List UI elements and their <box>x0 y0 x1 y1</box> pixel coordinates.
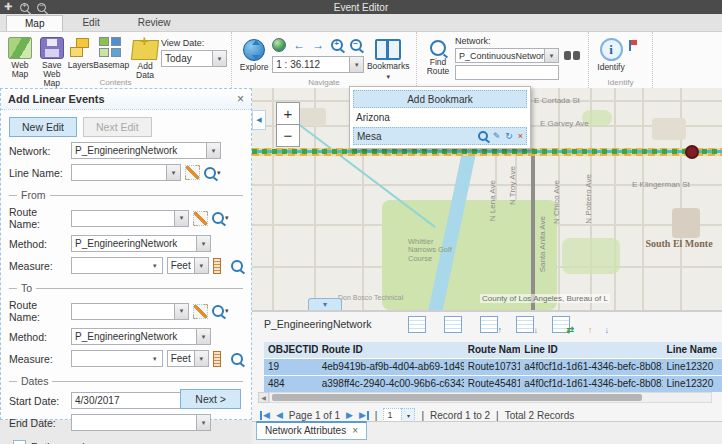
from-unit-select[interactable]: Feet ▾ <box>167 257 209 274</box>
dropdown-arrow-icon[interactable]: ▾ <box>174 303 189 320</box>
from-method-select[interactable]: P_EngineeringNetwork ▾ <box>71 235 211 252</box>
find-route-button[interactable]: Find Route <box>421 35 455 76</box>
measure-label: Measure: <box>9 260 67 272</box>
layers-button[interactable]: Layers <box>68 35 94 70</box>
zoom-to-bookmark-icon[interactable] <box>478 131 488 141</box>
previous-extent-icon[interactable]: ← <box>293 40 305 50</box>
network-select[interactable]: P_ContinuousNetwork ▾ <box>455 48 559 63</box>
dropdown-arrow-icon[interactable]: ▾ <box>174 210 189 227</box>
sort-records-icon[interactable]: ↑ ↓ <box>588 317 604 332</box>
zoom-to-route-button[interactable]: ▾ <box>212 305 229 317</box>
attribute-table-icon[interactable] <box>444 316 462 333</box>
close-tab-icon[interactable]: × <box>352 425 358 436</box>
map-zoom-out-button[interactable]: − <box>276 124 300 147</box>
collapse-table-button[interactable]: ▼ <box>308 298 342 310</box>
zoom-to-measure-icon[interactable] <box>231 353 243 365</box>
line-name-select[interactable]: ▾ <box>71 164 181 181</box>
identify-button[interactable]: i Identify <box>593 35 629 72</box>
web-map-button[interactable]: Web Map <box>4 35 36 79</box>
dropdown-arrow-icon[interactable]: ▾ <box>148 350 163 367</box>
tab-network-attributes[interactable]: Network Attributes × <box>256 421 367 440</box>
next-edit-button[interactable]: Next Edit <box>83 117 152 137</box>
to-measure-input[interactable]: ▾ <box>71 350 163 367</box>
dropdown-arrow-icon[interactable]: ▾ <box>206 142 221 159</box>
select-records-icon[interactable] <box>408 316 426 333</box>
dropdown-arrow-icon[interactable]: ▾ <box>196 235 211 252</box>
dropdown-arrow-icon[interactable]: ▾ <box>196 328 211 345</box>
route-search-input[interactable] <box>455 65 559 80</box>
zoom-in-tool-icon[interactable]: + <box>331 39 343 51</box>
first-page-icon[interactable]: ◀ <box>260 411 270 420</box>
to-route-name-select[interactable]: ▾ <box>71 303 189 320</box>
dropdown-arrow-icon[interactable]: ▾ <box>349 56 364 73</box>
measure-tool-icon[interactable] <box>213 258 222 274</box>
zoom-to-selected-icon[interactable]: ↑ <box>480 316 498 333</box>
to-method-select[interactable]: P_EngineeringNetwork ▾ <box>71 328 211 345</box>
network-label: Network: <box>455 36 580 46</box>
dropdown-arrow-icon[interactable]: ▾ <box>401 408 415 422</box>
close-panel-icon[interactable]: × <box>237 92 244 106</box>
from-route-name-select[interactable]: ▾ <box>71 210 189 227</box>
explore-button[interactable]: Explore <box>236 35 272 72</box>
basemap-button[interactable]: Basemap <box>93 35 129 70</box>
collapse-panel-button[interactable]: ◀ <box>252 110 266 130</box>
measure-tool-icon[interactable] <box>213 351 222 367</box>
network-field-select[interactable]: P_EngineeringNetwork ▾ <box>71 142 221 159</box>
select-line-on-map-icon[interactable] <box>185 165 200 180</box>
retire-overlaps-checkbox[interactable] <box>13 440 26 444</box>
zoom-to-measure-icon[interactable] <box>231 260 243 272</box>
map-zoom-in-button[interactable]: + <box>276 102 300 125</box>
next-extent-icon[interactable]: → <box>312 40 324 50</box>
bookmark-item-mesa[interactable]: Mesa ✎ ↻ × <box>353 127 527 145</box>
tab-review[interactable]: Review <box>119 14 190 31</box>
table-row[interactable]: 19 4eb9419b-af9b-4d04-ab69-1d490476802b … <box>264 358 722 375</box>
table-row[interactable]: 484 a398ff4c-2940-4c00-96b6-c6343f8f1711… <box>264 375 722 392</box>
new-edit-button[interactable]: New Edit <box>9 117 77 137</box>
dropdown-arrow-icon[interactable]: ▾ <box>544 48 559 63</box>
select-route-on-map-icon[interactable] <box>193 304 208 319</box>
next-button[interactable]: Next > <box>180 389 241 409</box>
flag-icon[interactable] <box>629 40 639 52</box>
globe-icon[interactable] <box>272 38 286 52</box>
from-measure-input[interactable]: ▾ <box>71 257 163 274</box>
zoom-to-line-button[interactable]: ▾ <box>204 167 221 179</box>
last-page-icon[interactable]: ▶ <box>359 411 369 420</box>
next-page-icon[interactable]: ▶ <box>346 411 353 420</box>
selected-route-line[interactable] <box>252 148 722 156</box>
dropdown-arrow-icon[interactable]: ▾ <box>194 350 209 367</box>
dropdown-arrow-icon[interactable]: ▾ <box>212 50 227 67</box>
school-label: Don Bosco Technical <box>338 294 403 301</box>
add-bookmark-button[interactable]: Add Bookmark <box>353 90 527 108</box>
route-point-marker[interactable] <box>685 145 699 159</box>
dropdown-arrow-icon[interactable]: ▾ <box>148 257 163 274</box>
binoculars-icon[interactable] <box>564 51 580 61</box>
ribbon-tab-strip: Map Edit Review <box>0 14 722 32</box>
tab-edit[interactable]: Edit <box>63 14 118 31</box>
scale-select[interactable]: 1 : 36.112 ▾ <box>272 56 364 73</box>
dropdown-arrow-icon[interactable]: ▾ <box>166 164 181 181</box>
bookmarks-button[interactable]: Bookmarks ▾ <box>364 35 412 80</box>
delete-bookmark-icon[interactable]: × <box>518 132 523 141</box>
tab-map[interactable]: Map <box>6 15 63 31</box>
zoom-to-route-button[interactable]: ▾ <box>212 212 229 224</box>
dropdown-arrow-icon[interactable]: ▾ <box>194 257 209 274</box>
to-unit-select[interactable]: Feet ▾ <box>167 350 209 367</box>
scroll-left-icon[interactable]: ◀ <box>258 392 269 403</box>
dropdown-arrow-icon[interactable]: ▾ <box>196 414 211 431</box>
select-route-on-map-icon[interactable] <box>193 211 208 226</box>
retire-overlaps-option[interactable]: Retire overlaps <box>13 440 243 444</box>
previous-page-icon[interactable]: ◀ <box>276 411 283 420</box>
scrollbar-thumb[interactable] <box>272 394 642 401</box>
view-date-select[interactable]: Today ▾ <box>161 50 227 67</box>
update-bookmark-icon[interactable]: ↻ <box>505 132 513 141</box>
switch-selection-icon[interactable]: ⇄ <box>552 316 570 333</box>
pan-to-selected-icon[interactable]: ↓ <box>516 316 534 333</box>
bookmark-item-arizona[interactable]: Arizona <box>353 110 527 125</box>
horizontal-scrollbar[interactable]: ◀ <box>258 392 712 403</box>
table-header-row[interactable]: OBJECTID Route ID Route Name Line ID Lin… <box>264 342 722 358</box>
add-data-button[interactable]: + Add Data <box>129 35 161 80</box>
edit-bookmark-icon[interactable]: ✎ <box>493 132 501 141</box>
zoom-out-tool-icon[interactable]: − <box>350 39 362 51</box>
end-date-select[interactable]: ▾ <box>71 414 211 431</box>
page-select[interactable]: 1 ▾ <box>383 408 415 422</box>
